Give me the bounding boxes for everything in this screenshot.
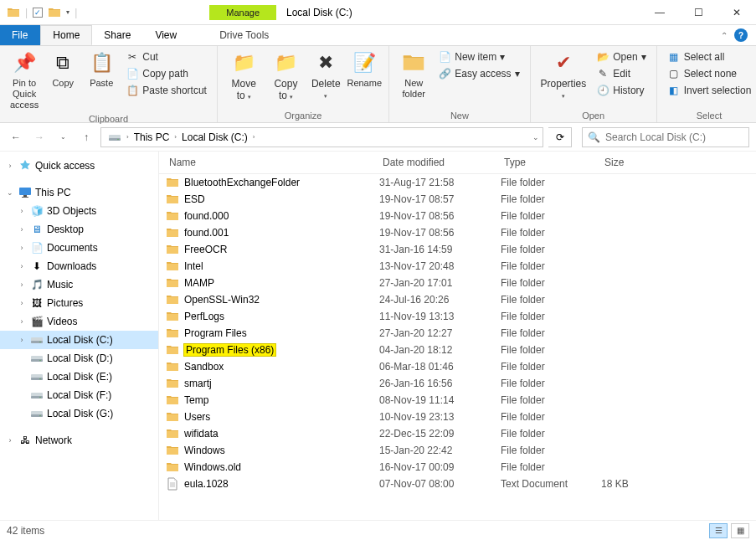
tree-videos[interactable]: ›🎬Videos — [0, 312, 158, 331]
file-row[interactable]: FreeOCR31-Jan-16 14:59File folder — [159, 241, 756, 258]
chevron-right-icon[interactable]: › — [126, 133, 129, 141]
maximize-button[interactable]: ☐ — [679, 0, 717, 25]
file-size: 18 KB — [601, 478, 668, 490]
history-icon: 🕘 — [596, 84, 609, 97]
address-dropdown-icon[interactable]: ⌄ — [532, 133, 539, 141]
checkbox-icon[interactable]: ✓ — [33, 8, 43, 18]
file-row[interactable]: Program Files27-Jan-20 12:27File folder — [159, 325, 756, 342]
search-box[interactable]: 🔍 — [582, 127, 749, 147]
tree-disk-d[interactable]: Local Disk (D:) — [0, 349, 158, 368]
rename-button[interactable]: 📝 Rename — [345, 48, 383, 90]
folder-icon — [166, 226, 179, 239]
file-row[interactable]: Windows15-Jan-20 22:42File folder — [159, 442, 756, 459]
address-bar[interactable]: › This PC › Local Disk (C:) › ⌄ — [100, 127, 543, 147]
minimize-button[interactable]: — — [640, 0, 679, 25]
breadcrumb-thispc[interactable]: This PC — [131, 131, 173, 143]
file-row[interactable]: PerfLogs11-Nov-19 13:13File folder — [159, 308, 756, 325]
history-button[interactable]: 🕘History — [594, 83, 647, 98]
edit-button[interactable]: ✎Edit — [594, 66, 647, 81]
file-row[interactable]: BluetoothExchangeFolder31-Aug-17 21:58Fi… — [159, 174, 756, 191]
file-row[interactable]: Program Files (x86)04-Jan-20 18:12File f… — [159, 342, 756, 358]
tree-documents[interactable]: ›📄Documents — [0, 239, 158, 257]
search-input[interactable] — [605, 131, 743, 143]
copy-button[interactable]: ⧉ Copy — [44, 48, 82, 90]
breadcrumb-disk[interactable]: Local Disk (C:) — [178, 131, 251, 143]
paste-button[interactable]: 📋 Paste — [82, 48, 121, 90]
file-row[interactable]: eula.102807-Nov-07 08:00Text Document18 … — [159, 476, 756, 492]
tree-disk-e[interactable]: Local Disk (E:) — [0, 368, 158, 386]
copy-to-button[interactable]: 📁 Copy to ▾ — [265, 48, 307, 104]
file-row[interactable]: Users10-Nov-19 23:13File folder — [159, 409, 756, 425]
recent-dropdown[interactable]: ⌄ — [54, 128, 72, 147]
folder-icon — [166, 460, 179, 474]
properties-button[interactable]: ✔ Properties ▾ — [536, 48, 592, 103]
tab-home[interactable]: Home — [40, 25, 92, 45]
copy-path-button[interactable]: 📄Copy path — [124, 66, 208, 81]
file-row[interactable]: found.00019-Nov-17 08:56File folder — [159, 208, 756, 224]
close-button[interactable]: ✕ — [717, 0, 756, 25]
file-row[interactable]: smartj26-Jan-16 16:56File folder — [159, 375, 756, 392]
file-row[interactable]: found.00119-Nov-17 08:56File folder — [159, 224, 756, 241]
tree-pictures[interactable]: ›🖼Pictures — [0, 294, 158, 312]
tree-desktop[interactable]: ›🖥Desktop — [0, 220, 158, 239]
tree-downloads[interactable]: ›⬇Downloads — [0, 257, 158, 275]
folder-icon[interactable] — [48, 6, 61, 19]
file-row[interactable]: Windows.old16-Nov-17 00:09File folder — [159, 459, 756, 476]
qat-dropdown-icon[interactable]: ▾ — [66, 8, 69, 16]
file-row[interactable]: MAMP27-Jan-20 17:01File folder — [159, 275, 756, 291]
up-button[interactable]: ↑ — [77, 128, 95, 147]
col-name[interactable]: Name — [166, 157, 379, 168]
easy-access-button[interactable]: 🔗Easy access ▾ — [436, 66, 521, 81]
col-size[interactable]: Size — [601, 157, 668, 168]
tree-quick-access[interactable]: ›Quick access — [0, 157, 158, 175]
pin-quick-access-button[interactable]: 📌 Pin to Quick access — [5, 48, 44, 113]
icons-view-button[interactable]: ▦ — [731, 523, 749, 538]
tree-music[interactable]: ›🎵Music — [0, 275, 158, 294]
tab-drive-tools[interactable]: Drive Tools — [208, 25, 281, 45]
select-none-button[interactable]: ▢Select none — [666, 66, 753, 81]
group-label-open: Open — [536, 110, 651, 121]
move-to-button[interactable]: 📁 Move to ▾ — [223, 48, 265, 104]
col-date[interactable]: Date modified — [379, 157, 501, 168]
select-all-button[interactable]: ▦Select all — [666, 49, 753, 64]
tree-this-pc[interactable]: ⌄This PC — [0, 183, 158, 202]
chevron-right-icon[interactable]: › — [253, 133, 255, 141]
navbar: ← → ⌄ ↑ › This PC › Local Disk (C:) › ⌄ … — [0, 123, 756, 152]
file-row[interactable]: Temp08-Nov-19 11:14File folder — [159, 392, 756, 409]
file-row[interactable]: Sandbox06-Mar-18 01:46File folder — [159, 358, 756, 375]
tree-disk-f[interactable]: Local Disk (F:) — [0, 386, 158, 404]
file-row[interactable]: Intel13-Nov-17 20:48File folder — [159, 258, 756, 275]
back-button[interactable]: ← — [7, 128, 25, 147]
col-type[interactable]: Type — [501, 157, 601, 168]
tree-disk-g[interactable]: Local Disk (G:) — [0, 404, 158, 423]
navigation-tree[interactable]: ›Quick access ⌄This PC ›🧊3D Objects ›🖥De… — [0, 152, 159, 520]
tree-disk-c[interactable]: ›Local Disk (C:) — [0, 331, 158, 349]
forward-button[interactable]: → — [30, 128, 49, 147]
tab-share[interactable]: Share — [92, 25, 143, 45]
delete-button[interactable]: ✖ Delete ▾ — [306, 48, 345, 103]
new-item-button[interactable]: 📄New item ▾ — [436, 49, 521, 64]
open-button[interactable]: 📂Open ▾ — [594, 49, 647, 64]
paste-shortcut-button[interactable]: 📋Paste shortcut — [124, 83, 208, 98]
file-row[interactable]: OpenSSL-Win3224-Jul-16 20:26File folder — [159, 291, 756, 308]
folder-icon — [166, 427, 179, 440]
refresh-button[interactable]: ⟳ — [548, 127, 572, 147]
folder-icon — [166, 343, 179, 357]
folder-icon — [166, 209, 179, 223]
file-row[interactable]: ESD19-Nov-17 08:57File folder — [159, 191, 756, 208]
file-list[interactable]: BluetoothExchangeFolder31-Aug-17 21:58Fi… — [159, 174, 756, 520]
tree-3d-objects[interactable]: ›🧊3D Objects — [0, 202, 158, 220]
folder-icon — [166, 444, 179, 457]
chevron-right-icon[interactable]: › — [174, 133, 177, 141]
ribbon-collapse-icon[interactable]: ⌃ — [721, 31, 728, 40]
tree-network[interactable]: ›🖧Network — [0, 431, 158, 450]
help-icon[interactable]: ? — [734, 28, 748, 42]
tab-file[interactable]: File — [0, 25, 40, 45]
cut-button[interactable]: ✂Cut — [124, 49, 208, 64]
invert-selection-button[interactable]: ◧Invert selection — [666, 83, 753, 98]
tab-view[interactable]: View — [143, 25, 189, 45]
details-view-button[interactable]: ☰ — [709, 523, 728, 538]
file-row[interactable]: wifidata22-Dec-15 22:09File folder — [159, 425, 756, 442]
column-headers[interactable]: Name Date modified Type Size — [159, 152, 756, 174]
new-folder-button[interactable]: New folder — [394, 48, 433, 101]
